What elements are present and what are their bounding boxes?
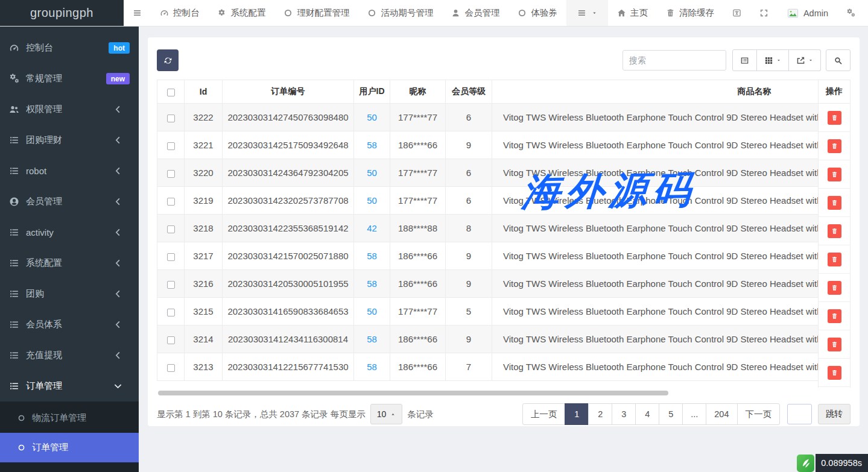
sidebar-item-robot-label: robot <box>26 166 113 176</box>
delete-button[interactable] <box>828 139 841 153</box>
search-icon <box>834 56 843 65</box>
nav-menu-dropdown[interactable] <box>566 0 608 26</box>
user-id-link[interactable]: 42 <box>367 223 377 233</box>
column-header-2[interactable]: 用户ID <box>354 80 390 104</box>
horizontal-scrollbar-thumb[interactable] <box>158 391 668 395</box>
nav-activity-period[interactable]: 活动期号管理 <box>358 0 442 26</box>
nav-language[interactable] <box>723 0 750 26</box>
sidebar-item-system-config[interactable]: 系统配置 <box>0 248 139 278</box>
user-id-link[interactable]: 58 <box>367 251 377 261</box>
nav-home[interactable]: 主页 <box>608 0 657 26</box>
nav-member-management[interactable]: 会员管理 <box>442 0 508 26</box>
delete-button[interactable] <box>828 338 841 351</box>
user-id-link[interactable]: 58 <box>367 362 377 372</box>
page-4-button[interactable]: 4 <box>635 403 659 425</box>
nav-console[interactable]: 控制台 <box>151 0 209 26</box>
row-checkbox[interactable] <box>167 364 175 372</box>
page-ellipsis[interactable]: ... <box>682 403 706 425</box>
cell-product-name: Vitog TWS Wireless Bluetooth Earphone To… <box>492 353 851 381</box>
sidebar-item-permission-management[interactable]: 权限管理 <box>0 94 139 125</box>
page-204-button[interactable]: 204 <box>706 403 737 425</box>
user-id-link[interactable]: 50 <box>367 168 377 178</box>
cell-order-no: 202303031427450763098480 <box>223 104 354 131</box>
sidebar-subitem-logistics-orders[interactable]: 物流订单管理 <box>0 403 139 433</box>
page-1-button[interactable]: 1 <box>565 403 589 425</box>
sidebar-item-order-management[interactable]: 订单管理 <box>0 371 139 401</box>
delete-button[interactable] <box>828 168 841 181</box>
row-checkbox[interactable] <box>167 281 175 289</box>
column-header-1[interactable]: 订单编号 <box>223 80 354 104</box>
user-id-link[interactable]: 50 <box>367 306 377 316</box>
column-header-0[interactable]: Id <box>185 80 223 104</box>
row-checkbox[interactable] <box>167 170 175 178</box>
export-dropdown-button[interactable] <box>789 49 821 71</box>
detail-view-button[interactable] <box>732 49 757 71</box>
delete-button[interactable] <box>828 224 841 238</box>
user-id-link[interactable]: 50 <box>367 112 377 122</box>
search-button[interactable] <box>826 49 851 71</box>
actions-cell <box>819 132 850 160</box>
delete-button[interactable] <box>828 366 841 380</box>
sidebar-item-member-system[interactable]: 会员体系 <box>0 309 139 340</box>
refresh-button[interactable] <box>157 49 179 71</box>
page-3-button[interactable]: 3 <box>612 403 636 425</box>
delete-button[interactable] <box>828 309 841 323</box>
column-header-4[interactable]: 会员等级 <box>446 80 492 104</box>
sidebar-item-recharge-withdraw[interactable]: 充值提现 <box>0 340 139 371</box>
delete-button[interactable] <box>828 111 841 125</box>
table-row: 321420230303141243411630081458186****669… <box>157 326 851 353</box>
delete-button[interactable] <box>828 196 841 210</box>
user-id-link[interactable]: 58 <box>367 334 377 344</box>
sidebar-item-member-management[interactable]: 会员管理 <box>0 186 139 217</box>
topnav-right: 主页清除缓存Admin <box>566 0 868 26</box>
sidebar-item-groupbuy-finance[interactable]: 团购理财 <box>0 125 139 156</box>
nav-system-config[interactable]: 系统配置 <box>208 0 274 26</box>
nav-admin-user[interactable]: Admin <box>778 0 837 26</box>
row-checkbox[interactable] <box>167 198 175 206</box>
jump-button[interactable]: 跳转 <box>818 404 851 424</box>
user-id-link[interactable]: 58 <box>367 140 377 150</box>
page-size-dropdown[interactable]: 10 <box>370 404 403 424</box>
user-id-link[interactable]: 58 <box>367 278 377 289</box>
column-header-3[interactable]: 昵称 <box>390 80 446 104</box>
sidebar-item-groupbuy[interactable]: 团购 <box>0 278 139 309</box>
search-input[interactable] <box>622 50 726 71</box>
columns-dropdown-button[interactable] <box>757 49 789 71</box>
cell-product-name: Vitog TWS Wireless Bluetooth Earphone To… <box>492 159 851 187</box>
sidebar-item-system-config-label: 系统配置 <box>26 257 113 269</box>
page-2-button[interactable]: 2 <box>588 403 612 425</box>
row-checkbox[interactable] <box>167 115 175 122</box>
sidebar-item-general-management[interactable]: 常规管理new <box>0 63 139 94</box>
delete-button[interactable] <box>828 253 841 266</box>
sidebar-toggle[interactable] <box>124 0 151 26</box>
tachometer-icon <box>9 43 19 53</box>
row-checkbox[interactable] <box>167 336 175 344</box>
sidebar-item-general-management-label: 常规管理 <box>26 73 106 84</box>
row-checkbox[interactable] <box>167 309 175 316</box>
sidebar-item-console[interactable]: 控制台hot <box>0 33 139 63</box>
nav-fullscreen[interactable] <box>750 0 778 26</box>
cell-id: 3213 <box>185 353 223 381</box>
next-page-button[interactable]: 下一页 <box>737 403 781 425</box>
row-checkbox[interactable] <box>167 142 175 150</box>
user-id-link[interactable]: 50 <box>367 195 377 206</box>
sidebar-subitem-order-management[interactable]: 订单管理 <box>0 433 139 462</box>
cell-id: 3221 <box>185 131 223 159</box>
page-5-button[interactable]: 5 <box>659 403 683 425</box>
delete-button[interactable] <box>828 281 841 295</box>
sidebar-item-robot[interactable]: robot <box>0 156 139 186</box>
nav-voucher[interactable]: 体验券 <box>508 0 566 26</box>
bars-icon <box>577 8 586 17</box>
nav-clear-cache[interactable]: 清除缓存 <box>657 0 723 26</box>
select-all-checkbox[interactable] <box>167 89 175 96</box>
prev-page-button[interactable]: 上一页 <box>522 403 566 425</box>
nav-settings[interactable] <box>837 0 864 26</box>
jump-page-input[interactable] <box>787 404 812 424</box>
sidebar-item-activity[interactable]: activity <box>0 217 139 248</box>
row-checkbox[interactable] <box>167 253 175 261</box>
nav-finance-config[interactable]: 理财配置管理 <box>274 0 358 26</box>
column-header-product[interactable]: 商品名称 <box>492 80 851 104</box>
trash-icon <box>831 256 838 263</box>
nav-admin-user-label: Admin <box>803 8 828 18</box>
row-checkbox[interactable] <box>167 225 175 233</box>
